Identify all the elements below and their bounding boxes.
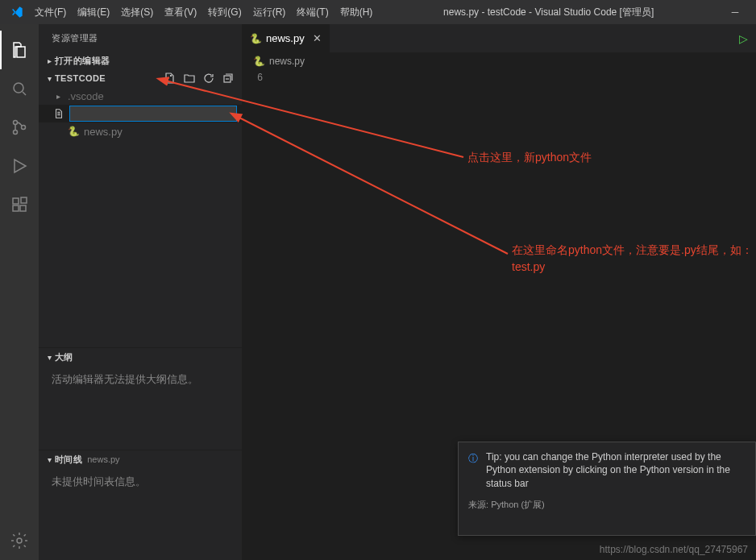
svg-point-0 [14,83,23,93]
chevron-right-icon: ▸ [53,92,63,101]
refresh-icon[interactable] [201,71,216,85]
open-editors-header[interactable]: ▸ 打开的编辑器 [39,52,242,69]
annotation-2: 在这里命名python文件，注意要是.py结尾，如：test.py [512,242,754,276]
svg-point-8 [17,538,22,543]
vscode-logo-icon [10,5,24,19]
timeline-sub: news.py [87,454,119,464]
section-outline: ▾ 大纲 活动编辑器无法提供大纲信息。 [39,347,242,450]
tree-file-label: news.py [84,126,123,138]
menu-run[interactable]: 运行(R) [247,6,292,19]
window-controls: ─ [719,0,751,24]
tab-bar: 🐍 news.py ✕ ▷ [242,24,756,52]
menu-file[interactable]: 文件(F) [29,6,72,19]
tree-dir-label: .vscode [68,90,104,102]
watermark-text: https://blog.csdn.net/qq_27475967 [600,544,748,555]
folder-tree: ▸ .vscode 🐍 news.py [39,87,242,140]
section-folder: ▾ TESTCODE [39,69,242,140]
folder-label: TESTCODE [55,73,106,83]
activity-scm-icon[interactable] [0,108,39,147]
folder-header[interactable]: ▾ TESTCODE [39,69,242,87]
new-file-icon[interactable] [163,71,177,85]
file-icon [53,108,64,119]
activity-extensions-icon[interactable] [0,185,39,224]
section-timeline: ▾ 时间线 news.py 未提供时间表信息。 [39,450,242,560]
outline-header[interactable]: ▾ 大纲 [39,348,242,366]
activity-debug-icon[interactable] [0,147,39,185]
tab-close-icon[interactable]: ✕ [313,32,322,44]
activity-explorer-icon[interactable] [0,31,39,69]
editor-area: 🐍 news.py ✕ ▷ 🐍 news.py 6 [242,24,756,560]
new-folder-icon[interactable] [182,71,197,85]
tree-file-news[interactable]: 🐍 news.py [39,122,242,140]
notification-toast[interactable]: ⓘ Tip: you can change the Python interpr… [458,442,756,536]
python-file-icon: 🐍 [250,33,261,44]
chevron-down-icon: ▾ [44,74,55,83]
timeline-label: 时间线 [55,454,82,466]
section-open-editors: ▸ 打开的编辑器 [39,52,242,69]
svg-point-3 [22,126,26,130]
menu-help[interactable]: 帮助(H) [334,6,379,19]
tab-news-py[interactable]: 🐍 news.py ✕ [242,24,330,52]
outline-label: 大纲 [55,351,73,363]
svg-rect-5 [13,205,19,211]
run-file-icon[interactable]: ▷ [739,32,748,45]
activity-search-icon[interactable] [0,69,39,108]
annotation-1: 点击这里，新python文件 [467,149,592,166]
menu-edit[interactable]: 编辑(E) [72,6,115,19]
activity-settings-icon[interactable] [0,521,39,560]
breadcrumb[interactable]: 🐍 news.py [242,52,756,70]
chevron-right-icon: ▸ [44,56,55,65]
open-editors-label: 打开的编辑器 [55,55,110,67]
sidebar-explorer: 资源管理器 ▸ 打开的编辑器 ▾ TESTCODE [39,24,242,560]
tab-label: news.py [266,32,305,44]
outline-empty-text: 活动编辑器无法提供大纲信息。 [39,366,242,393]
tree-dir-vscode[interactable]: ▸ .vscode [39,87,242,105]
tree-new-file-input-row[interactable] [39,105,242,122]
svg-rect-7 [21,197,27,203]
svg-rect-4 [13,198,19,204]
notification-text: Tip: you can change the Python interpret… [486,450,746,491]
chevron-down-icon: ▾ [44,353,55,362]
editor-gutter: 6 [242,70,271,85]
svg-point-2 [14,131,18,135]
collapse-all-icon[interactable] [221,71,235,85]
activity-bar [0,24,39,560]
new-file-name-input[interactable] [69,106,237,122]
sidebar-title: 资源管理器 [39,24,242,52]
python-file-icon: 🐍 [253,56,264,67]
svg-rect-6 [20,205,26,211]
breadcrumb-file: news.py [269,56,305,67]
menu-goto[interactable]: 转到(G) [202,6,247,19]
line-number: 6 [242,70,263,85]
notification-source-prefix: 来源: [468,500,491,509]
window-title: news.py - testCode - Visual Studio Code … [378,6,719,19]
window-minimize-icon[interactable]: ─ [719,0,751,24]
info-icon: ⓘ [468,452,480,491]
svg-point-1 [14,121,18,125]
chevron-down-icon: ▾ [44,455,55,464]
svg-line-11 [238,117,508,254]
timeline-empty-text: 未提供时间表信息。 [39,468,242,496]
timeline-header[interactable]: ▾ 时间线 news.py [39,450,242,468]
menu-terminal[interactable]: 终端(T) [291,6,334,19]
python-file-icon: 🐍 [68,126,79,137]
notification-source: Python (扩展) [491,500,545,509]
titlebar: 文件(F) 编辑(E) 选择(S) 查看(V) 转到(G) 运行(R) 终端(T… [0,0,756,24]
menu-select[interactable]: 选择(S) [115,6,159,19]
menu-view[interactable]: 查看(V) [159,6,202,19]
